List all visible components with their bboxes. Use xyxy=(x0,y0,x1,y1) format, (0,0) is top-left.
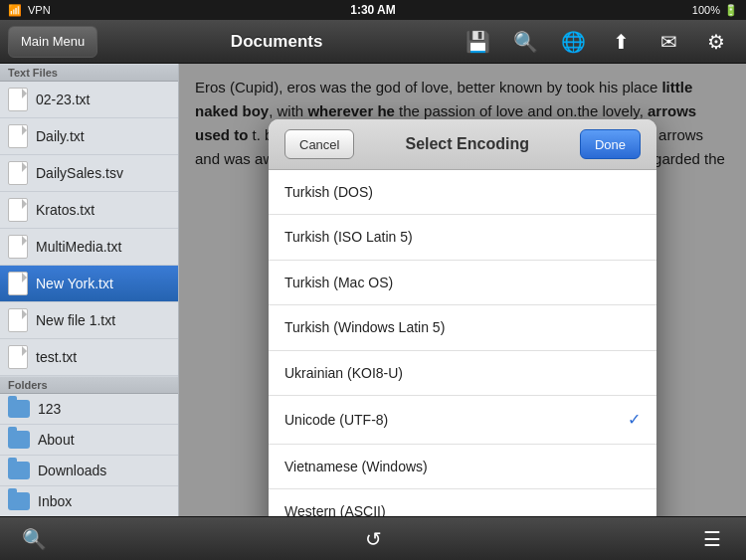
done-button[interactable]: Done xyxy=(580,129,641,159)
file-icon xyxy=(8,345,28,369)
encoding-item[interactable]: Unicode (UTF-8)✓ xyxy=(269,396,656,445)
upload-button[interactable]: ⬆ xyxy=(599,24,643,60)
folder-name: Downloads xyxy=(38,463,106,478)
sidebar-file-item[interactable]: test.txt xyxy=(0,339,178,376)
vpn-label: VPN xyxy=(28,4,51,16)
battery-label: 100% xyxy=(692,4,720,16)
folders-header: Folders xyxy=(0,376,178,394)
save-button[interactable]: 💾 xyxy=(456,24,499,60)
sidebar-file-item[interactable]: New file 1.txt xyxy=(0,302,178,339)
cancel-button[interactable]: Cancel xyxy=(284,129,354,159)
file-name: New file 1.txt xyxy=(36,312,115,328)
encoding-name: Turkish (DOS) xyxy=(284,181,373,203)
file-name: New York.txt xyxy=(36,276,113,291)
modal-overlay: Cancel Select Encoding Done Turkish (DOS… xyxy=(179,64,746,516)
checkmark-icon: ✓ xyxy=(628,407,641,433)
file-icon xyxy=(8,272,28,295)
sidebar-folder-item[interactable]: About xyxy=(0,425,178,456)
sidebar-file-item[interactable]: Daily.txt xyxy=(0,118,178,155)
sidebar-file-item[interactable]: New York.txt xyxy=(0,266,178,302)
sidebar-file-item[interactable]: MultiMedia.txt xyxy=(0,229,178,266)
folder-icon xyxy=(8,431,30,449)
search-button[interactable]: 🔍 xyxy=(503,24,547,60)
folder-icon xyxy=(8,462,30,479)
dialog-header: Cancel Select Encoding Done xyxy=(269,119,656,170)
email-button[interactable]: ✉ xyxy=(647,24,690,60)
encoding-name: Vietnamese (Windows) xyxy=(284,456,428,477)
status-right: 100% 🔋 xyxy=(692,4,738,17)
text-files-header: Text Files xyxy=(0,64,178,82)
encoding-name: Turkish (ISO Latin 5) xyxy=(284,226,413,248)
encoding-name: Western (ASCII) xyxy=(284,500,386,516)
search-bottom-button[interactable]: 🔍 xyxy=(16,521,52,557)
folder-name: 123 xyxy=(38,401,61,417)
battery-icon: 🔋 xyxy=(724,4,738,17)
status-bar: 📶 VPN 1:30 AM 100% 🔋 xyxy=(0,0,746,20)
folder-icon xyxy=(8,400,30,418)
sidebar-folder-item[interactable]: Downloads xyxy=(0,456,178,486)
sidebar-folder-item[interactable]: Inbox xyxy=(0,486,178,516)
file-name: test.txt xyxy=(36,349,77,365)
sidebar-file-item[interactable]: 02-23.txt xyxy=(0,82,178,118)
folder-icon xyxy=(8,492,30,510)
file-icon xyxy=(8,235,28,259)
file-name: DailySales.tsv xyxy=(36,165,123,181)
encoding-list[interactable]: Turkish (DOS)Turkish (ISO Latin 5)Turkis… xyxy=(269,170,656,516)
settings-button[interactable]: ⚙ xyxy=(694,24,738,60)
list-bottom-button[interactable]: ☰ xyxy=(694,521,730,557)
file-name: Kratos.txt xyxy=(36,202,94,218)
folder-name: About xyxy=(38,432,75,448)
wifi-icon: 📶 xyxy=(8,4,22,17)
file-icon xyxy=(8,124,28,148)
status-left: 📶 VPN xyxy=(8,4,51,17)
file-name: 02-23.txt xyxy=(36,92,90,107)
dialog-title: Select Encoding xyxy=(354,131,579,157)
encoding-item[interactable]: Turkish (ISO Latin 5) xyxy=(269,215,656,260)
encoding-item[interactable]: Turkish (Windows Latin 5) xyxy=(269,305,656,350)
toolbar-title: Documents xyxy=(101,32,452,52)
status-time: 1:30 AM xyxy=(350,3,396,17)
refresh-bottom-button[interactable]: ↺ xyxy=(355,521,391,557)
encoding-item[interactable]: Ukrainian (KOI8-U) xyxy=(269,351,656,396)
encoding-item[interactable]: Turkish (Mac OS) xyxy=(269,261,656,305)
sidebar: Text Files 02-23.txtDaily.txtDailySales.… xyxy=(0,64,179,516)
toolbar: Main Menu Documents 💾 🔍 🌐 ⬆ ✉ ⚙ xyxy=(0,20,746,64)
file-icon xyxy=(8,88,28,111)
encoding-name: Unicode (UTF-8) xyxy=(284,409,388,431)
encoding-name: Turkish (Windows Latin 5) xyxy=(284,316,445,338)
sidebar-file-item[interactable]: DailySales.tsv xyxy=(0,155,178,192)
content-area: Eros (Cupid), eros was the god of love, … xyxy=(179,64,746,516)
main-menu-button[interactable]: Main Menu xyxy=(8,26,97,58)
globe-button[interactable]: 🌐 xyxy=(551,24,595,60)
bottom-bar: 🔍 ↺ ☰ xyxy=(0,516,746,560)
encoding-name: Ukrainian (KOI8-U) xyxy=(284,362,403,384)
file-icon xyxy=(8,198,28,222)
encoding-name: Turkish (Mac OS) xyxy=(284,272,393,293)
file-name: MultiMedia.txt xyxy=(36,239,121,255)
sidebar-file-item[interactable]: Kratos.txt xyxy=(0,192,178,229)
folders-list: 123AboutDownloadsInboxLocalFolderMac Fil… xyxy=(0,394,178,516)
file-icon xyxy=(8,308,28,332)
sidebar-folder-item[interactable]: 123 xyxy=(0,394,178,425)
encoding-item[interactable]: Vietnamese (Windows) xyxy=(269,445,656,489)
encoding-item[interactable]: Turkish (DOS) xyxy=(269,170,656,215)
main-layout: Text Files 02-23.txtDaily.txtDailySales.… xyxy=(0,64,746,516)
folder-name: Inbox xyxy=(38,493,72,509)
file-name: Daily.txt xyxy=(36,128,85,144)
files-list: 02-23.txtDaily.txtDailySales.tsvKratos.t… xyxy=(0,82,178,376)
file-icon xyxy=(8,161,28,185)
encoding-item[interactable]: Western (ASCII) xyxy=(269,489,656,516)
encoding-dialog: Cancel Select Encoding Done Turkish (DOS… xyxy=(269,119,656,516)
